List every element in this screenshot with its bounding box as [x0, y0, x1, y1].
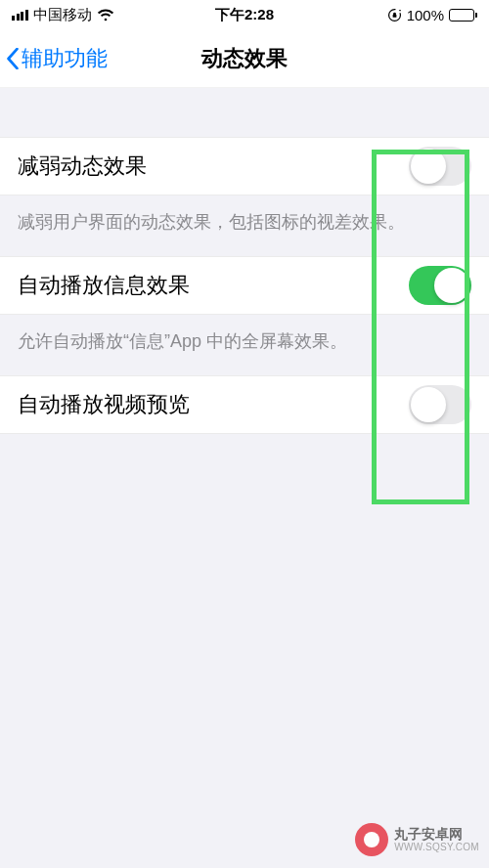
carrier-label: 中国移动: [33, 6, 92, 24]
battery-pct-label: 100%: [407, 7, 444, 23]
reduce-motion-row: 减弱动态效果: [0, 137, 489, 195]
autoplay-message-effects-label: 自动播放信息效果: [18, 271, 190, 300]
back-label: 辅助功能: [22, 44, 108, 73]
autoplay-video-previews-switch[interactable]: [409, 385, 471, 424]
watermark-logo-icon: [355, 823, 388, 856]
autoplay-video-previews-label: 自动播放视频预览: [18, 390, 190, 419]
nav-bar: 辅助功能 动态效果: [0, 29, 489, 88]
watermark: 丸子安卓网 WWW.SQSY.COM: [355, 823, 479, 856]
reduce-motion-label: 减弱动态效果: [18, 152, 147, 181]
wifi-icon: [97, 9, 114, 22]
reduce-motion-desc: 减弱用户界面的动态效果，包括图标的视差效果。: [0, 195, 489, 256]
status-bar: 中国移动 下午2:28 100%: [0, 0, 489, 29]
autoplay-message-effects-row: 自动播放信息效果: [0, 256, 489, 315]
autoplay-message-effects-desc: 允许自动播放“信息”App 中的全屏幕效果。: [0, 315, 489, 375]
clock-label: 下午2:28: [215, 6, 274, 24]
watermark-brand: 丸子安卓网: [394, 827, 479, 842]
back-button[interactable]: 辅助功能: [0, 44, 108, 73]
rotation-lock-icon: [387, 8, 402, 22]
page-title: 动态效果: [201, 44, 288, 73]
chevron-left-icon: [6, 48, 20, 69]
watermark-url: WWW.SQSY.COM: [394, 842, 479, 852]
battery-icon: [449, 9, 477, 22]
reduce-motion-switch[interactable]: [409, 147, 471, 186]
autoplay-message-effects-switch[interactable]: [409, 266, 471, 305]
autoplay-video-previews-row: 自动播放视频预览: [0, 375, 489, 434]
cellular-signal-icon: [12, 10, 28, 21]
